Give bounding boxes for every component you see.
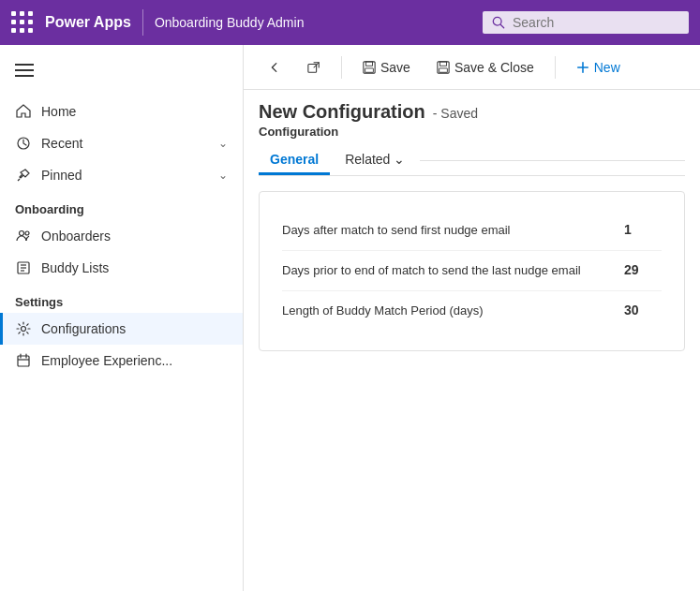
topbar-divider: [142, 9, 143, 36]
form-value-0: 1: [624, 222, 662, 237]
sidebar-item-buddy-lists[interactable]: Buddy Lists: [0, 252, 243, 284]
main-layout: Home Recent ⌄ Pinned ⌄ Onboardi: [0, 45, 700, 591]
pin-icon: [15, 167, 32, 184]
new-label: New: [594, 60, 620, 75]
sidebar-item-recent-label: Recent: [41, 136, 209, 151]
toolbar-separator-1: [341, 56, 342, 79]
grid-icon[interactable]: [11, 11, 34, 34]
gear-icon: [15, 320, 32, 337]
svg-point-10: [22, 327, 26, 332]
record-title: New Configuration: [259, 101, 425, 123]
section-name: Onboarding Buddy Admin: [155, 15, 305, 30]
external-icon: [307, 61, 320, 74]
tab-related[interactable]: Related ⌄: [334, 146, 416, 175]
toolbar-separator-2: [555, 56, 556, 79]
sidebar-item-employee-experience[interactable]: Employee Experienc...: [0, 345, 243, 377]
sidebar-item-buddy-lists-label: Buddy Lists: [41, 260, 228, 275]
search-bar[interactable]: [483, 11, 689, 34]
save-close-button[interactable]: Save & Close: [427, 55, 544, 80]
tab-general[interactable]: General: [259, 146, 330, 175]
new-icon: [576, 61, 589, 74]
svg-line-1: [500, 24, 504, 28]
related-chevron-icon: ⌄: [394, 152, 405, 167]
onboarders-icon: [15, 228, 32, 244]
form-content: Days after match to send first nudge ema…: [244, 176, 700, 591]
search-icon: [492, 16, 505, 29]
record-entity: Configuration: [259, 125, 685, 139]
form-value-1: 29: [624, 262, 662, 277]
save-close-icon: [437, 61, 450, 74]
form-value-2: 30: [624, 303, 662, 318]
svg-rect-15: [308, 64, 317, 72]
new-button[interactable]: New: [567, 55, 630, 80]
svg-line-3: [18, 179, 20, 181]
clock-icon: [15, 135, 32, 152]
form-label-1: Days prior to end of match to send the l…: [282, 262, 609, 279]
calendar-icon: [15, 352, 32, 369]
record-status: - Saved: [433, 106, 478, 121]
form-row-2: Length of Buddy Match Period (days) 30: [282, 291, 662, 331]
svg-rect-22: [439, 67, 448, 71]
toolbar: Save Save & Close New: [244, 45, 700, 90]
save-label: Save: [380, 60, 410, 75]
content-area: Save Save & Close New: [244, 45, 700, 591]
sidebar-item-pinned[interactable]: Pinned ⌄: [0, 159, 243, 191]
sidebar: Home Recent ⌄ Pinned ⌄ Onboardi: [0, 45, 244, 591]
svg-rect-21: [439, 61, 446, 65]
top-bar: Power Apps Onboarding Buddy Admin: [0, 0, 700, 45]
tabs-bar: General Related ⌄: [244, 139, 700, 175]
sidebar-item-onboarders-label: Onboarders: [41, 229, 228, 244]
sidebar-item-employee-experience-label: Employee Experienc...: [41, 353, 228, 368]
tab-divider: [420, 160, 685, 161]
save-icon: [363, 61, 376, 74]
app-name: Power Apps: [45, 14, 131, 31]
save-close-label: Save & Close: [454, 60, 534, 75]
svg-point-5: [25, 231, 29, 235]
sidebar-item-home-label: Home: [41, 104, 228, 119]
form-label-0: Days after match to send first nudge ema…: [282, 222, 609, 239]
recent-chevron-icon: ⌄: [218, 137, 228, 150]
section-title-settings: Settings: [0, 284, 243, 313]
pinned-chevron-icon: ⌄: [218, 169, 228, 182]
buddy-lists-icon: [15, 259, 32, 276]
open-external-button[interactable]: [298, 56, 330, 79]
related-tab-label: Related: [345, 152, 390, 167]
section-title-onboarding: Onboarding: [0, 191, 243, 220]
sidebar-item-onboarders[interactable]: Onboarders: [0, 220, 243, 252]
sidebar-item-configurations[interactable]: Configurations: [0, 313, 243, 345]
svg-point-4: [20, 231, 24, 236]
back-button[interactable]: [259, 56, 290, 79]
sidebar-item-configurations-label: Configurations: [41, 321, 228, 336]
svg-rect-18: [366, 61, 373, 65]
sidebar-item-recent[interactable]: Recent ⌄: [0, 127, 243, 159]
svg-rect-11: [18, 356, 29, 366]
form-row-1: Days prior to end of match to send the l…: [282, 251, 662, 291]
hamburger-button[interactable]: [0, 45, 243, 96]
sidebar-item-pinned-label: Pinned: [41, 168, 209, 183]
sidebar-item-home[interactable]: Home: [0, 96, 243, 127]
svg-rect-19: [365, 67, 374, 71]
back-icon: [268, 61, 281, 74]
form-row-0: Days after match to send first nudge ema…: [282, 211, 662, 251]
home-icon: [15, 103, 32, 120]
form-label-2: Length of Buddy Match Period (days): [282, 303, 609, 319]
search-input[interactable]: [513, 15, 679, 30]
record-header: New Configuration - Saved Configuration: [244, 90, 700, 139]
form-card: Days after match to send first nudge ema…: [259, 191, 685, 351]
save-button[interactable]: Save: [353, 55, 420, 80]
